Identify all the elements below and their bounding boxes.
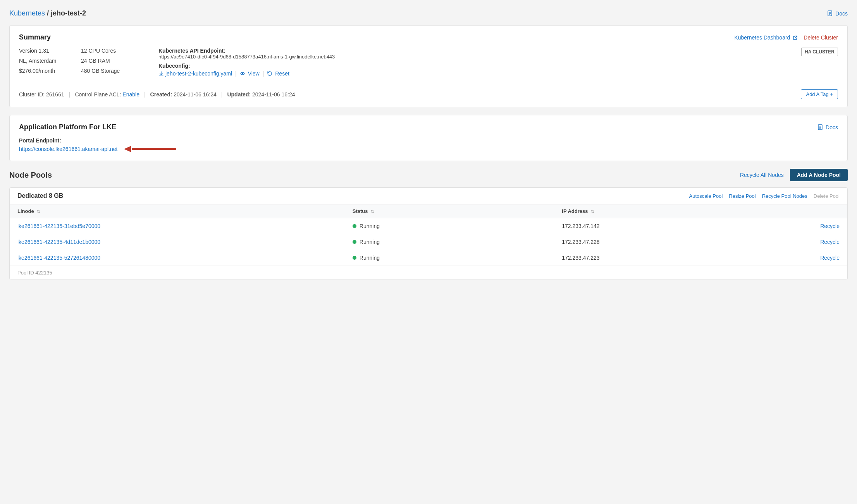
pool-actions: Autoscale Pool Resize Pool Recycle Pool … [689,193,840,199]
pool-card: Dedicated 8 GB Autoscale Pool Resize Poo… [9,187,848,280]
kubeconfig-reset-link[interactable]: Reset [267,70,289,77]
arrow-indicator [124,145,178,153]
control-plane-label: Control Plane ACL: [75,91,121,98]
cpu-label: 12 CPU Cores [81,48,158,54]
pool-header: Dedicated 8 GB Autoscale Pool Resize Poo… [10,188,847,204]
resize-pool-button[interactable]: Resize Pool [729,193,755,199]
updated-value: 2024-11-06 16:24 [252,91,295,98]
kubeconfig-view-link[interactable]: View [240,70,260,77]
node-pools-actions: Recycle All Nodes Add A Node Pool [740,169,848,181]
summary-card: Summary Kubernetes Dashboard Delete Clus… [9,25,848,107]
delete-pool-label: Delete Pool [814,193,840,199]
col-header-linode: Linode ⇅ [10,204,345,218]
recycle-node-link[interactable]: Recycle [820,255,840,261]
col-header-action [764,204,847,218]
recycle-all-nodes-button[interactable]: Recycle All Nodes [740,172,784,178]
page-header: Kubernetes / jeho-test-2 Docs [9,9,848,17]
recycle-pool-nodes-button[interactable]: Recycle Pool Nodes [762,193,807,199]
add-node-pool-button[interactable]: Add A Node Pool [790,169,848,181]
status-text: Running [360,239,380,245]
kubeconfig-label: Kubeconfig: [158,63,801,69]
app-platform-card: Application Platform For LKE Docs Portal… [9,115,848,161]
kubernetes-dashboard-link[interactable]: Kubernetes Dashboard [734,34,797,41]
storage-label: 480 GB Storage [81,68,158,74]
app-platform-title: Application Platform For LKE [19,123,116,131]
cluster-id-value: 261661 [46,91,64,98]
svg-marker-11 [124,146,131,152]
status-dot [353,240,356,244]
portal-section: Portal Endpoint: https://console.lke2616… [19,137,838,153]
nodes-table: Linode ⇅ Status ⇅ IP Address ⇅ [10,204,847,266]
external-link-icon [793,36,797,40]
kubeconfig-row: jeho-test-2-kubeconfig.yaml | View | [158,70,801,77]
api-endpoint-section: Kubernetes API Endpoint: https://ac9e741… [158,48,801,60]
ip-address: 172.233.47.142 [562,223,599,229]
created-label: Created: [150,91,172,98]
location-label: NL, Amsterdam [19,58,81,64]
api-endpoint-label: Kubernetes API Endpoint: [158,48,801,54]
status-text: Running [360,223,380,229]
node-id-link[interactable]: lke261661-422135-527261480000 [17,255,100,261]
portal-url-link[interactable]: https://console.lke261661.akamai-apl.net [19,146,118,152]
delete-cluster-link[interactable]: Delete Cluster [804,34,838,41]
col-header-status: Status ⇅ [345,204,554,218]
linode-sort-icon[interactable]: ⇅ [37,209,40,214]
app-docs-icon [817,124,824,130]
status-sort-icon[interactable]: ⇅ [371,209,374,214]
download-icon [158,71,164,76]
autoscale-pool-button[interactable]: Autoscale Pool [689,193,723,199]
col-header-ip: IP Address ⇅ [554,204,764,218]
portal-url-row: https://console.lke261661.akamai-apl.net [19,145,838,153]
api-endpoint-url: https://ac9e7410-dfc0-4f94-9d68-d1588773… [158,54,801,60]
node-pools-header: Node Pools Recycle All Nodes Add A Node … [9,169,848,181]
eye-icon [240,71,245,76]
control-plane-enable-link[interactable]: Enable [122,91,139,98]
node-id-link[interactable]: lke261661-422135-4d11de1b0000 [17,239,100,245]
app-platform-docs-link[interactable]: Docs [817,124,838,130]
app-platform-header: Application Platform For LKE Docs [19,123,838,131]
ip-address: 172.233.47.223 [562,255,599,261]
ram-label: 24 GB RAM [81,58,158,64]
version-label: Version 1.31 [19,48,81,54]
node-id-link[interactable]: lke261661-422135-31ebd5e70000 [17,223,100,229]
status-cell: Running [353,255,547,261]
node-pools-section: Node Pools Recycle All Nodes Add A Node … [9,169,848,280]
portal-label: Portal Endpoint: [19,137,838,144]
breadcrumb: Kubernetes / jeho-test-2 [9,9,86,17]
kubeconfig-download-link[interactable]: jeho-test-2-kubeconfig.yaml [158,70,232,77]
created-value: 2024-11-06 16:24 [174,91,217,98]
breadcrumb-parent[interactable]: Kubernetes [9,9,45,17]
breadcrumb-separator: / [47,9,51,17]
cluster-id-label: Cluster ID: [19,91,45,98]
recycle-node-link[interactable]: Recycle [820,239,840,245]
meta-bar: Cluster ID: 261661 | Control Plane ACL: … [19,83,838,99]
add-tag-button[interactable]: Add A Tag + [801,89,838,99]
svg-point-5 [242,73,243,74]
pool-name: Dedicated 8 GB [17,192,63,199]
node-pools-title: Node Pools [9,171,52,180]
kubeconfig-section: Kubeconfig: jeho-test-2-kubeconfig.yaml … [158,63,801,77]
docs-link[interactable]: Docs [827,10,848,17]
status-cell: Running [353,223,547,229]
breadcrumb-current: jeho-test-2 [51,9,86,17]
ip-sort-icon[interactable]: ⇅ [591,209,594,214]
docs-icon [827,10,833,17]
summary-actions: Kubernetes Dashboard Delete Cluster [734,34,838,41]
table-row: lke261661-422135-31ebd5e70000 Running 17… [10,218,847,234]
pool-id-label: Pool ID 422135 [17,270,52,276]
table-row: lke261661-422135-4d11de1b0000 Running 17… [10,234,847,250]
status-dot [353,256,356,260]
summary-card-header: Summary Kubernetes Dashboard Delete Clus… [19,33,838,41]
price-label: $276.00/month [19,68,81,74]
table-row: lke261661-422135-527261480000 Running 17… [10,250,847,266]
reset-icon [267,71,272,76]
status-text: Running [360,255,380,261]
updated-label: Updated: [227,91,251,98]
status-cell: Running [353,239,547,245]
ip-address: 172.233.47.228 [562,239,599,245]
status-dot [353,224,356,228]
ha-cluster-badge: HA CLUSTER [801,48,838,56]
pool-footer: Pool ID 422135 [10,266,847,279]
recycle-node-link[interactable]: Recycle [820,223,840,229]
meta-items: Cluster ID: 261661 | Control Plane ACL: … [19,91,295,98]
